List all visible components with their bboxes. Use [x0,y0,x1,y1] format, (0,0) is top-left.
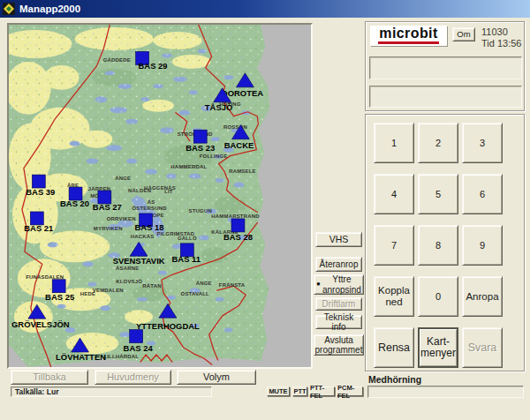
key-6[interactable]: 6 [462,174,503,214]
station-label: BAS 27 [93,202,122,212]
place-name: FRÄNSTA [219,282,246,288]
microbit-logo-text: microbit [378,26,438,44]
station-label: BAS 29 [139,61,168,71]
microbit-logo: microbit [370,26,447,46]
tillbaka-button[interactable]: Tillbaka [11,370,88,385]
place-name: MYRVIKEN [94,226,123,231]
key-7[interactable]: 7 [374,225,414,266]
title-bar: Manapp2000 [0,0,530,18]
key-0[interactable]: 0 [418,276,458,317]
station-label: BAS 39 [26,187,55,197]
window-title: Manapp2000 [19,4,80,14]
led-indicator-icon: ● [316,281,321,289]
place-name: VEMDALEN [93,288,124,293]
mute-indicator[interactable]: MUTE [267,386,290,396]
place-name: HACKÅS [131,234,155,239]
place-name: HAMMARSTRAND [211,214,260,219]
huvudmeny-button[interactable]: Huvudmeny [95,370,171,385]
place-name: GÄLLÖ [178,236,197,241]
yttre-anropsind-label: Yttre anropsind [322,274,361,294]
place-name: FUNÄSDALEN [26,274,64,280]
station-label: BAS 24 [124,343,154,353]
place-name: ORRVIKEN [107,216,136,221]
place-name: STUGUN [189,208,212,214]
talkalla-status: Talkälla: Lur [11,386,212,397]
place-name: LIT [164,189,173,194]
app-icon [3,3,15,15]
kart-menyer-button[interactable]: Kart-menyer [418,327,458,368]
place-name: RAMSELE [229,169,256,174]
base-station-square-marker[interactable] [52,280,65,293]
ptt-indicator[interactable]: PTT [292,386,307,396]
base-station-square-marker[interactable] [32,175,45,188]
place-name: ROSSÖN [223,124,247,130]
time-display: Tid 13:56 [481,38,521,49]
station-label: BAS 21 [24,223,53,233]
om-button[interactable]: Om [452,27,475,41]
display-line-1 [369,56,522,79]
station-label: BAS 23 [186,143,215,153]
station-label: YTTERHOGDAL [136,321,200,331]
place-name: ÖSTERSUND [132,206,167,211]
station-label: BACKE [224,140,254,150]
key-1[interactable]: 1 [374,123,414,163]
place-name: ÅS [148,199,155,205]
terminal-id: 11030 [481,26,508,37]
place-name: KLÖVSJÖ [116,279,142,284]
place-name: OPE [152,213,163,218]
application-window: Manapp2000 [0,0,530,420]
station-label: TÅSJÖ [205,102,232,112]
station-label: BAS 11 [172,254,201,264]
yttre-anropsind-button[interactable]: ● Yttre anropsind [314,274,364,295]
map-panel[interactable]: GÄDDEDEHOTINGROSSÖNSTRÖMSUNDFÖLLINGEHAMM… [7,23,313,369]
keypad: 1 2 3 4 5 6 7 8 9 Koppla ned 0 Anropa Re… [374,123,503,368]
ateranrop-button[interactable]: Återanrop [315,257,362,272]
display-line-2 [369,86,522,108]
key-8[interactable]: 8 [418,225,458,266]
key-2[interactable]: 2 [418,123,458,163]
vhs-button[interactable]: VHS [315,232,362,247]
station-label: BAS 25 [45,292,74,302]
place-name: GÄDDEDE [103,57,131,63]
base-station-square-marker[interactable] [231,219,245,232]
place-name: RÄTAN [142,283,161,289]
station-label: GRÖVELSJÖN [11,319,70,329]
volym-button[interactable]: Volym [177,370,256,385]
station-label: LÖVHATTEN [56,352,106,362]
svara-button[interactable]: Svara [462,327,503,368]
key-3[interactable]: 3 [462,123,503,163]
pcm-fel-indicator[interactable]: PCM-FEL [337,386,363,396]
anropa-button[interactable]: Anropa [462,276,503,317]
place-name: ÄNGE [196,281,212,286]
koppla-ned-button[interactable]: Koppla ned [374,276,414,317]
avsluta-programmet-button[interactable]: Avsluta programmet [314,334,364,356]
station-label: SVENSTAVIK [113,256,165,266]
place-name: HEDE [80,291,95,296]
place-name: ÅSARNE [116,266,139,271]
place-name: HAMMERDAL [170,164,207,169]
place-name: NÄLDEN [128,189,151,194]
key-5[interactable]: 5 [418,174,458,214]
place-name: ÄNGE [115,176,131,181]
key-9[interactable]: 9 [462,225,503,266]
place-name: ÅRE [67,183,79,188]
base-station-square-marker[interactable] [193,130,207,143]
key-4[interactable]: 4 [374,174,414,214]
station-label: BAS 18 [135,222,164,232]
place-name: ÖSTAVALL [181,291,210,296]
base-station-square-marker[interactable] [130,330,143,343]
medhorning-field [367,386,524,398]
station-label: BAS 28 [223,232,253,242]
place-name: JÄRPEN [88,186,110,191]
station-label: BAS 20 [60,199,89,208]
station-label: DOROTEA [222,88,263,98]
rensa-button[interactable]: Rensa [374,327,414,368]
place-name: LILLHÄRDAL [103,354,139,359]
medhorning-label: Medhörning [368,374,421,385]
teknisk-info-button[interactable]: Teknisk info [315,315,362,329]
ptt-fel-indicator[interactable]: PTT-FEL [309,386,335,396]
driftlarm-button[interactable]: Driftlarm [315,297,362,311]
place-name: FÖLLINGE [200,154,228,159]
map-sweden-jamtland[interactable]: GÄDDEDEHOTINGROSSÖNSTRÖMSUNDFÖLLINGEHAMM… [9,25,311,367]
